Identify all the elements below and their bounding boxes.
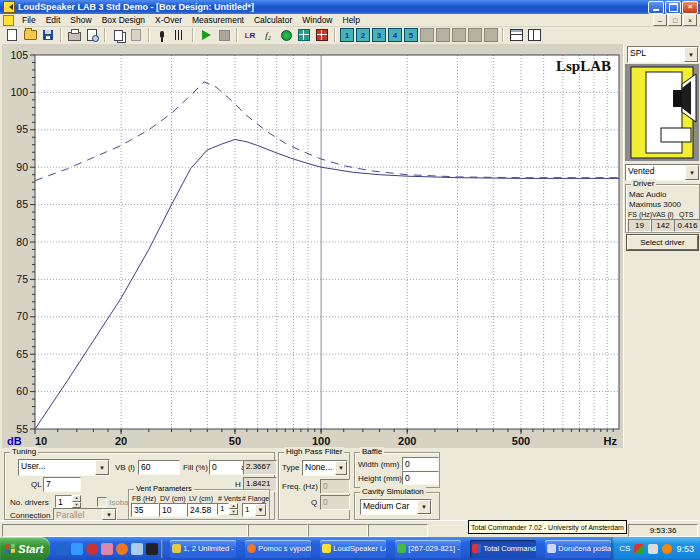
preset-button-2[interactable]: 2 <box>356 28 370 42</box>
vents-stepper[interactable]: 1 ▲▼ <box>217 503 238 515</box>
hpf-type-select[interactable]: None... ▼ <box>302 460 348 476</box>
task-unlimited[interactable]: 1, 2 Unlimited - ... <box>170 540 236 558</box>
quicklaunch-icon-1[interactable] <box>56 543 68 555</box>
toolbar-separator <box>192 28 194 42</box>
chevron-down-icon[interactable]: ▼ <box>255 504 266 516</box>
paste-button[interactable] <box>128 28 144 43</box>
chevron-down-icon: ▼ <box>102 509 116 520</box>
menu-window[interactable]: Window <box>297 15 337 25</box>
tile-vertical-button[interactable] <box>526 28 542 43</box>
cavity-select[interactable]: Medium Car ▼ <box>360 499 432 515</box>
lv-field[interactable]: 24.58 <box>187 503 219 517</box>
keyboard-layout-indicator[interactable]: CS <box>619 544 630 553</box>
lr-measure-button[interactable]: LR <box>242 28 258 43</box>
grid-red-button[interactable] <box>314 28 330 43</box>
app-speaker-icon <box>3 1 15 13</box>
mixer-button[interactable] <box>172 28 188 43</box>
stepper-down-icon[interactable]: ▼ <box>229 509 238 515</box>
copy-button[interactable] <box>110 28 126 43</box>
tooltip: Total Commander 7.02 - University of Ams… <box>468 520 627 534</box>
preset-button-5[interactable]: 5 <box>404 28 418 42</box>
tuning-mode-select[interactable]: User... ▼ <box>18 459 110 476</box>
task-loudspeaker-lab[interactable]: LoudSpeaker LA... <box>320 540 386 558</box>
record-button[interactable] <box>278 28 294 43</box>
dv-field[interactable]: 10 <box>159 503 187 517</box>
driver-col-vas: VAS (l) <box>652 211 674 218</box>
quicklaunch-icon-2[interactable] <box>71 543 83 555</box>
print-preview-button[interactable] <box>84 28 100 43</box>
menu-show[interactable]: Show <box>65 15 96 25</box>
grid-green-button[interactable] <box>296 28 312 43</box>
restore-button[interactable] <box>665 1 681 14</box>
title-bar: LoudSpeaker LAB 3 Std Demo - [Box Design… <box>0 0 700 14</box>
menu-edit[interactable]: Edit <box>41 15 66 25</box>
total-commander-icon <box>472 544 481 553</box>
task-inbox[interactable]: Doručená pošta ... <box>545 540 611 558</box>
chevron-down-icon[interactable]: ▼ <box>95 460 109 475</box>
quicklaunch-icon-7[interactable] <box>146 543 158 555</box>
close-button[interactable]: × <box>682 1 698 14</box>
flange-select[interactable]: 1 ▼ <box>242 503 267 517</box>
toolbar-separator <box>236 28 238 42</box>
menu-file[interactable]: File <box>17 15 41 25</box>
select-driver-button[interactable]: Select driver <box>627 235 698 250</box>
red-grid-icon <box>316 29 328 41</box>
no-drivers-value[interactable]: 1 <box>55 495 72 508</box>
tile-horizontal-button[interactable] <box>508 28 524 43</box>
mdi-restore-button[interactable]: □ <box>668 14 682 26</box>
baffle-width-field[interactable]: 0 <box>402 457 439 471</box>
fill-field[interactable]: 0 <box>209 460 243 475</box>
mdi-minimize-button[interactable]: – <box>653 14 667 26</box>
vents-value[interactable]: 1 <box>217 503 229 515</box>
minimize-button[interactable] <box>648 1 664 14</box>
chevron-down-icon[interactable]: ▼ <box>685 165 699 180</box>
tray-icon-1[interactable] <box>634 544 644 554</box>
preset-button-1[interactable]: 1 <box>340 28 354 42</box>
menu-xover[interactable]: X-Over <box>150 15 187 25</box>
menu-measurement[interactable]: Measurement <box>187 15 249 25</box>
f2-button[interactable]: f₂ <box>260 28 276 43</box>
chevron-down-icon[interactable]: ▼ <box>417 500 431 514</box>
print-button[interactable] <box>66 28 82 43</box>
preset-button-4[interactable]: 4 <box>388 28 402 42</box>
svg-text:LspLAB: LspLAB <box>556 58 611 74</box>
new-button[interactable] <box>4 28 20 43</box>
save-button[interactable] <box>40 28 56 43</box>
toolbar-separator <box>502 28 504 42</box>
preset-button-3[interactable]: 3 <box>372 28 386 42</box>
copy-icon <box>114 30 123 41</box>
fb-field[interactable]: 35 <box>131 503 159 517</box>
start-button[interactable]: Start <box>0 537 50 560</box>
open-button[interactable] <box>22 28 38 43</box>
mdi-close-button[interactable]: × <box>683 14 697 26</box>
stop-button[interactable] <box>216 28 232 43</box>
no-drivers-stepper[interactable]: 1 ▲▼ <box>55 495 81 508</box>
svg-text:75: 75 <box>16 273 28 285</box>
task-pomoc[interactable]: Pomoc s výpočte... <box>245 540 311 558</box>
quicklaunch-icon-4[interactable] <box>101 543 113 555</box>
menu-box-design[interactable]: Box Design <box>97 15 150 25</box>
task-267[interactable]: [267-029-821] - ... <box>395 540 461 558</box>
task-total-commander[interactable]: Total Commande... <box>470 540 536 558</box>
isobarik-checkbox[interactable] <box>97 497 107 507</box>
microphone-button[interactable] <box>154 28 170 43</box>
vb-field[interactable]: 60 <box>138 460 180 475</box>
quicklaunch-icon-6[interactable] <box>131 543 143 555</box>
new-file-icon <box>7 29 17 41</box>
play-button[interactable] <box>198 28 214 43</box>
menu-calculator[interactable]: Calculator <box>249 15 297 25</box>
ql-field[interactable]: 7 <box>43 477 81 492</box>
quicklaunch-icon-3[interactable] <box>86 543 98 555</box>
chevron-down-icon[interactable]: ▼ <box>684 47 698 62</box>
menu-help[interactable]: Help <box>338 15 365 25</box>
h-label: H <box>235 480 241 489</box>
statusbar-panel <box>368 524 428 537</box>
chevron-down-icon[interactable]: ▼ <box>335 461 347 475</box>
view-select[interactable]: SPL ▼ <box>627 46 699 63</box>
baffle-height-field[interactable]: 0 <box>402 471 439 485</box>
mixer-levels-icon <box>175 30 185 40</box>
quicklaunch-icon-5[interactable] <box>116 543 128 555</box>
tray-icon-3[interactable] <box>662 544 672 554</box>
tray-icon-2[interactable] <box>648 544 658 554</box>
svg-text:20: 20 <box>115 435 127 447</box>
